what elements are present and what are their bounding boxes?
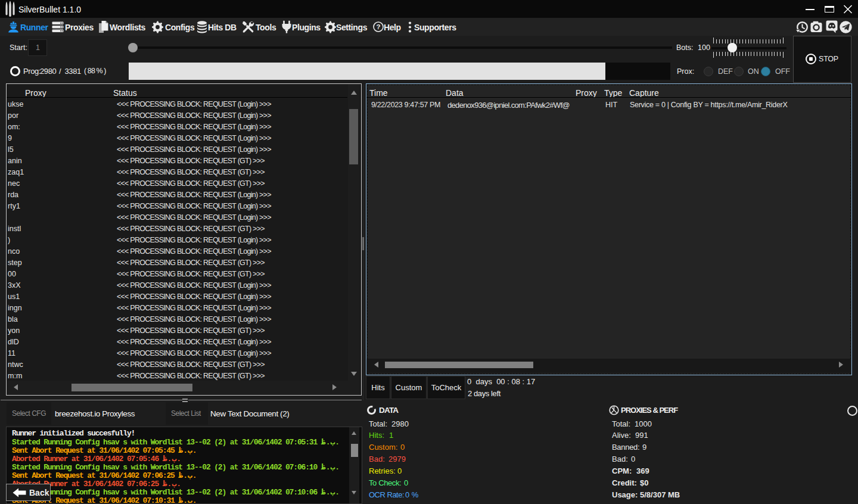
svg-text:?: ? <box>376 23 380 30</box>
